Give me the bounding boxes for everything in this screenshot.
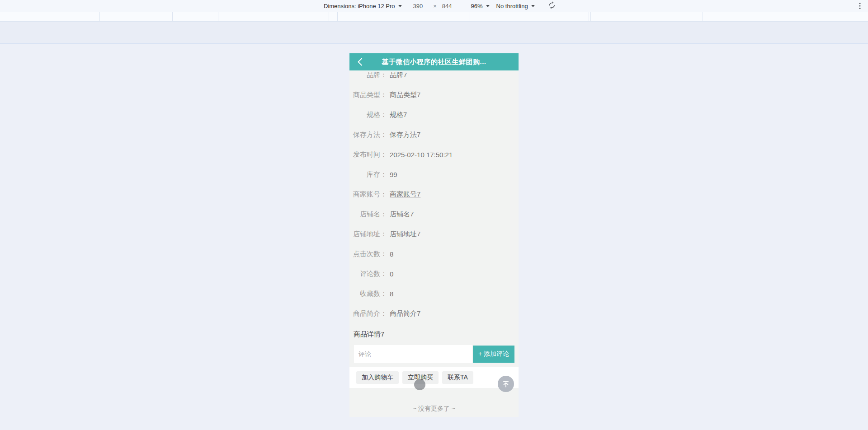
arrow-to-top-icon (502, 380, 510, 388)
info-label: 商品简介： (349, 309, 387, 318)
info-row-publish-time: 发布时间： 2025-02-10 17:50:21 (349, 145, 519, 164)
info-row-merchant: 商家账号： 商家账号7 (349, 184, 519, 204)
info-value: 店铺地址7 (390, 230, 420, 238)
empty-table-cell (100, 12, 173, 21)
product-detail-text: 商品详情7 (349, 323, 519, 345)
buy-now-button[interactable]: 立即购买 (402, 371, 439, 384)
empty-table-cell (347, 12, 460, 21)
more-options-icon[interactable] (859, 2, 861, 11)
info-row-comments: 评论数： 0 (349, 264, 519, 284)
info-row-shop-name: 店铺名： 店铺名7 (349, 204, 519, 224)
back-to-top-button[interactable] (498, 376, 514, 392)
device-selector-label: Dimensions: iPhone 12 Pro (324, 3, 395, 9)
chevron-down-icon (398, 5, 402, 7)
info-label: 品牌： (349, 71, 387, 79)
info-value: 2025-02-10 17:50:21 (390, 151, 453, 159)
info-value: 规格7 (390, 111, 407, 119)
info-value: 店铺名7 (390, 210, 414, 219)
action-bar: 加入购物车 立即购买 联系TA (349, 367, 519, 388)
info-value: 保存方法7 (390, 131, 420, 139)
info-label: 商品类型： (349, 91, 387, 99)
comment-form: + 添加评论 (354, 345, 514, 363)
throttling-label: No throttling (496, 3, 528, 9)
rotate-viewport-icon[interactable] (547, 0, 557, 12)
info-row-clicks: 点击次数： 8 (349, 244, 519, 264)
empty-table-cell (634, 12, 703, 21)
empty-table-cell (0, 12, 100, 21)
info-value: 0 (390, 270, 393, 278)
product-detail-page: 基于微信小程序的社区生鲜团购... 品牌： 品牌7 商品类型： 商品类型7 规格… (349, 53, 519, 417)
info-row-type: 商品类型： 商品类型7 (349, 85, 519, 105)
devtools-device-toolbar: Dimensions: iPhone 12 Pro 390 × 844 96% … (0, 0, 868, 12)
throttling-dropdown[interactable]: No throttling (496, 3, 535, 9)
merchant-account-link[interactable]: 商家账号7 (390, 190, 420, 199)
empty-table-cell (591, 12, 634, 21)
product-info-list: 品牌： 品牌7 商品类型： 商品类型7 规格： 规格7 保存方法： 保存方法7 … (349, 65, 519, 323)
chevron-left-icon (357, 57, 363, 66)
empty-table-cell (460, 12, 470, 21)
empty-table-cell (703, 12, 868, 21)
add-to-cart-button[interactable]: 加入购物车 (356, 371, 399, 384)
chevron-down-icon (486, 5, 490, 7)
info-label: 发布时间： (349, 150, 387, 159)
chevron-down-icon (531, 5, 535, 7)
info-row-intro: 商品简介： 商品简介7 (349, 304, 519, 323)
app-header: 基于微信小程序的社区生鲜团购... (349, 53, 519, 70)
info-label: 店铺名： (349, 210, 387, 219)
info-row-shop-address: 店铺地址： 店铺地址7 (349, 224, 519, 244)
info-value: 商品类型7 (390, 91, 420, 99)
info-value: 8 (390, 290, 393, 298)
viewport-width-field[interactable]: 390 (413, 3, 423, 9)
info-label: 保存方法： (349, 131, 387, 139)
dimensions-separator: × (433, 3, 437, 9)
info-value: 99 (390, 171, 397, 178)
info-label: 商家账号： (349, 190, 387, 199)
info-row-favorites: 收藏数： 8 (349, 284, 519, 304)
page-band (0, 22, 868, 44)
add-comment-button[interactable]: + 添加评论 (473, 346, 514, 363)
empty-table-row (0, 12, 868, 22)
info-row-storage: 保存方法： 保存方法7 (349, 125, 519, 145)
zoom-level-label: 96% (471, 3, 483, 9)
info-value: 品牌7 (390, 71, 407, 79)
no-more-text: ~ 没有更多了 ~ (349, 405, 519, 413)
comment-input[interactable] (354, 345, 472, 363)
empty-table-cell (173, 12, 218, 21)
back-button[interactable] (354, 56, 365, 67)
info-value: 商品简介7 (390, 309, 420, 318)
device-selector-dropdown[interactable]: Dimensions: iPhone 12 Pro (324, 3, 402, 9)
zoom-dropdown[interactable]: 96% (471, 3, 490, 9)
empty-table-cell (479, 12, 589, 21)
info-label: 规格： (349, 111, 387, 119)
info-label: 收藏数： (349, 290, 387, 298)
info-label: 库存： (349, 170, 387, 179)
empty-table-cell (329, 12, 338, 21)
info-label: 评论数： (349, 270, 387, 278)
info-row-stock: 库存： 99 (349, 164, 519, 184)
empty-table-cell (470, 12, 479, 21)
info-value: 8 (390, 250, 393, 258)
empty-table-cell (218, 12, 329, 21)
info-row-spec: 规格： 规格7 (349, 105, 519, 125)
info-label: 店铺地址： (349, 230, 387, 238)
viewport-height-field[interactable]: 844 (442, 3, 452, 9)
page-title: 基于微信小程序的社区生鲜团购... (382, 58, 486, 66)
empty-table-cell (338, 12, 347, 21)
contact-seller-button[interactable]: 联系TA (442, 371, 473, 384)
info-label: 点击次数： (349, 250, 387, 258)
